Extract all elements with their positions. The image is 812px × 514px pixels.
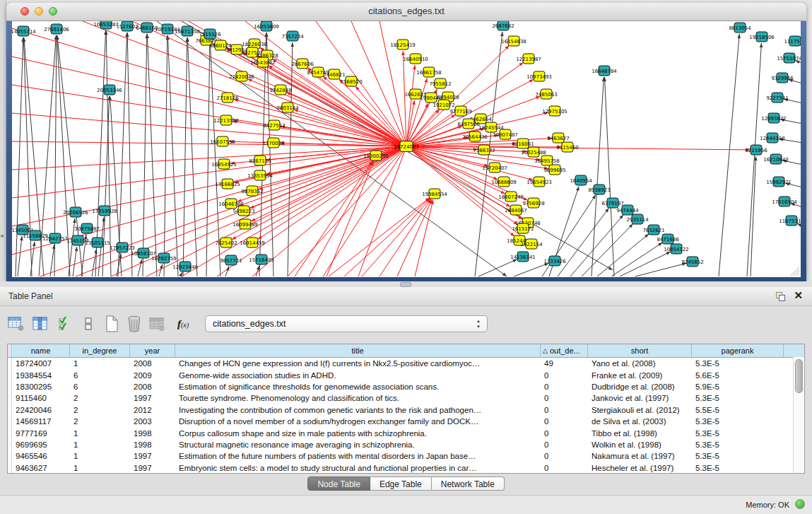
table-cell[interactable]: 2 xyxy=(70,406,130,414)
table-cell[interactable]: 22420046 xyxy=(12,406,70,414)
table-cell[interactable]: 6 xyxy=(70,382,130,391)
table-cell[interactable]: 5.3E-5 xyxy=(692,440,784,449)
delete-table-button[interactable] xyxy=(146,313,167,335)
table-cell[interactable]: 2012 xyxy=(130,406,175,414)
table-cell[interactable]: 2009 xyxy=(130,371,175,380)
table-row[interactable]: 1456911722003Disruption of a novel membe… xyxy=(8,416,804,427)
table-cell[interactable]: 14569117 xyxy=(12,417,70,426)
table-cell[interactable]: 9463627 xyxy=(12,464,70,472)
table-cell[interactable]: 1998 xyxy=(130,440,175,449)
table-cell[interactable]: 2 xyxy=(70,394,130,402)
table-scrollbar-thumb[interactable] xyxy=(795,359,803,393)
float-panel-button[interactable] xyxy=(776,292,785,301)
table-row[interactable]: 1872400712008Changes of HCN gene express… xyxy=(8,358,804,369)
table-cell[interactable]: Corpus callosum shape and size in male p… xyxy=(175,429,541,438)
table-settings-button[interactable] xyxy=(6,313,27,335)
table-cell[interactable]: 5.3E-5 xyxy=(692,464,784,472)
table-scrollbar[interactable] xyxy=(793,357,804,473)
table-cell[interactable]: 1997 xyxy=(130,452,175,460)
table-cell[interactable]: 9115460 xyxy=(12,394,70,402)
column-header-pagerank[interactable]: pagerank xyxy=(692,344,784,357)
table-cell[interactable]: Tibbo et al. (1998) xyxy=(588,429,692,438)
table-cell[interactable]: Embryonic stem cells: a model to study s… xyxy=(175,464,541,472)
collapse-left-arrow-icon[interactable]: ◂ xyxy=(0,232,4,239)
select-column-button[interactable] xyxy=(30,313,51,335)
table-cell[interactable]: 1 xyxy=(70,359,130,368)
table-row[interactable]: 946554611997Estimation of the future num… xyxy=(8,450,804,462)
table-cell[interactable]: 0 xyxy=(541,406,588,414)
table-cell[interactable]: 0 xyxy=(541,429,588,438)
table-row[interactable]: 911546021997Tourette syndrome. Phenomeno… xyxy=(8,392,804,404)
table-cell[interactable]: 5.9E-5 xyxy=(692,382,784,391)
table-cell[interactable]: 1 xyxy=(70,440,130,449)
table-row[interactable]: 946362711997Embryonic stem cells: a mode… xyxy=(8,462,804,474)
table-cell[interactable]: Hescheler et al. (1997) xyxy=(588,464,692,472)
left-panel-splitter[interactable]: ◂ xyxy=(0,0,6,281)
table-row[interactable]: 2242004622012Investigating the contribut… xyxy=(8,404,804,416)
table-cell[interactable]: 0 xyxy=(541,452,588,460)
table-cell[interactable]: 5.3E-5 xyxy=(692,452,784,460)
table-cell[interactable]: 1 xyxy=(70,464,130,472)
table-cell[interactable]: 1998 xyxy=(130,429,175,438)
table-cell[interactable]: de Silva et al. (2003) xyxy=(588,417,692,426)
table-cell[interactable]: 9699695 xyxy=(12,440,70,449)
table-selector[interactable]: citations_edges.txt ▲▼ xyxy=(205,315,488,332)
table-cell[interactable]: Structural magnetic resonance image aver… xyxy=(175,440,541,449)
tab-node-table[interactable]: Node Table xyxy=(307,477,370,491)
column-header-short[interactable]: short xyxy=(588,344,692,357)
table-row[interactable]: 969969511998Structural magnetic resonanc… xyxy=(8,439,804,450)
table-cell[interactable]: 0 xyxy=(541,440,588,449)
table-cell[interactable]: 5.5E-5 xyxy=(692,406,784,414)
column-header-year[interactable]: year xyxy=(130,344,175,357)
table-cell[interactable]: Wolkin et al. (1998) xyxy=(588,440,692,449)
close-panel-button[interactable]: ✕ xyxy=(794,289,803,302)
function-builder-button[interactable]: f(x) xyxy=(172,313,194,335)
table-cell[interactable]: Jankovic et al. (1997) xyxy=(588,394,692,402)
tab-network-table[interactable]: Network Table xyxy=(432,477,505,491)
table-cell[interactable]: 19384554 xyxy=(12,371,70,380)
table-cell[interactable]: Nakamura et al. (1997) xyxy=(588,452,692,460)
delete-rows-button[interactable] xyxy=(124,313,145,335)
table-cell[interactable]: 9465546 xyxy=(12,452,70,460)
table-cell[interactable]: Yano et al. (2008) xyxy=(588,359,692,368)
table-cell[interactable]: 6 xyxy=(70,371,130,380)
table-cell[interactable]: 18724007 xyxy=(12,359,70,368)
table-cell[interactable]: 5.3E-5 xyxy=(692,394,784,402)
table-cell[interactable]: 1997 xyxy=(130,464,175,472)
table-cell[interactable]: Dudbridge et al. (2008) xyxy=(588,382,692,391)
table-cell[interactable]: Tourette syndrome. Phenomenology and cla… xyxy=(175,394,541,402)
table-cell[interactable]: Investigating the contribution of common… xyxy=(175,406,541,414)
table-cell[interactable]: Changes of HCN gene expression and I(f) … xyxy=(175,359,541,368)
column-header-in_degree[interactable]: in_degree xyxy=(70,344,130,357)
table-row[interactable]: 1938455462009Genome-wide association stu… xyxy=(8,369,804,380)
table-cell[interactable]: 2003 xyxy=(130,417,175,426)
new-file-button[interactable] xyxy=(101,313,122,335)
table-cell[interactable]: 0 xyxy=(541,382,588,391)
resize-grip-icon[interactable] xyxy=(791,267,799,276)
column-header-title[interactable]: title xyxy=(175,344,541,357)
table-cell[interactable]: 18300295 xyxy=(12,382,70,391)
table-cell[interactable]: Genome-wide association studies in ADHD. xyxy=(175,371,541,380)
table-cell[interactable]: Estimation of the future numbers of pati… xyxy=(175,452,541,460)
table-cell[interactable]: 9777169 xyxy=(12,429,70,438)
column-header-out_de...[interactable]: △out_de... xyxy=(541,344,588,357)
table-cell[interactable]: 49 xyxy=(541,359,588,368)
table-cell[interactable]: 0 xyxy=(541,371,588,380)
table-cell[interactable]: 0 xyxy=(541,464,588,472)
splitter-handle-icon[interactable] xyxy=(400,282,411,287)
table-cell[interactable]: Franke et al. (2009) xyxy=(588,371,692,380)
network-window-titlebar[interactable]: citations_edges.txt xyxy=(6,3,806,21)
table-cell[interactable]: 0 xyxy=(541,417,588,426)
table-cell[interactable]: Estimation of significance thresholds fo… xyxy=(175,382,541,391)
network-canvas[interactable]: 1872400718300295193845547663822866012439… xyxy=(12,21,801,277)
table-cell[interactable]: 1997 xyxy=(130,394,175,402)
table-row[interactable]: 1830029562008Estimation of significance … xyxy=(8,381,804,392)
table-cell[interactable]: 5.3E-5 xyxy=(692,429,784,438)
table-cell[interactable]: 5.6E-5 xyxy=(692,371,784,380)
tab-edge-table[interactable]: Edge Table xyxy=(370,477,432,491)
table-cell[interactable]: 1 xyxy=(70,429,130,438)
table-cell[interactable]: 2008 xyxy=(130,382,175,391)
column-header-name[interactable]: name xyxy=(12,344,70,357)
table-cell[interactable]: Stergiakouli et al. (2012) xyxy=(588,406,692,414)
table-cell[interactable]: 1 xyxy=(70,452,130,460)
